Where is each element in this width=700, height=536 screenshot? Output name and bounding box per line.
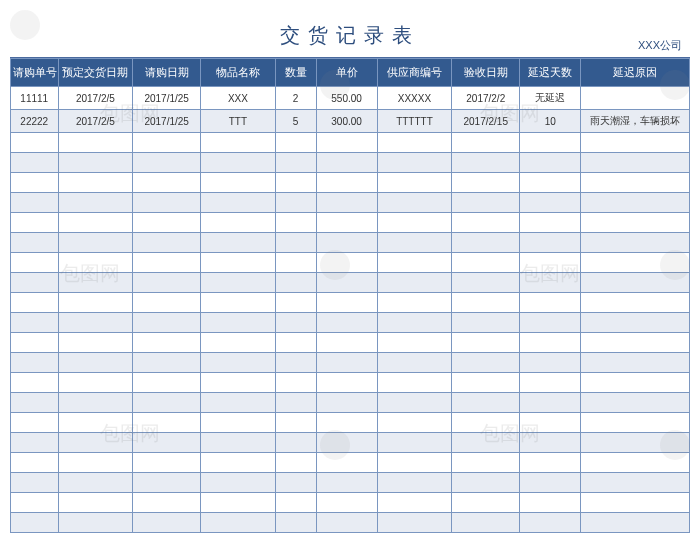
table-cell xyxy=(520,353,581,373)
table-cell xyxy=(201,353,276,373)
column-header: 验收日期 xyxy=(452,59,520,87)
table-cell: 550.00 xyxy=(316,87,377,110)
table-cell xyxy=(201,373,276,393)
table-cell xyxy=(452,133,520,153)
table-cell xyxy=(275,253,316,273)
table-cell xyxy=(377,273,452,293)
table-cell xyxy=(201,453,276,473)
table-cell xyxy=(58,253,133,273)
table-row xyxy=(11,413,690,433)
table-cell xyxy=(275,453,316,473)
table-cell xyxy=(11,413,59,433)
table-cell xyxy=(201,133,276,153)
table-cell xyxy=(11,293,59,313)
table-cell xyxy=(316,233,377,253)
table-cell xyxy=(58,413,133,433)
table-cell xyxy=(377,413,452,433)
table-cell xyxy=(377,193,452,213)
table-cell xyxy=(201,433,276,453)
table-row: 222222017/2/52017/1/25TTT5300.00TTTTTT20… xyxy=(11,110,690,133)
table-cell xyxy=(581,493,690,513)
table-cell xyxy=(58,313,133,333)
table-cell xyxy=(377,293,452,313)
table-cell xyxy=(58,493,133,513)
table-row xyxy=(11,153,690,173)
table-cell xyxy=(581,333,690,353)
table-cell xyxy=(452,293,520,313)
table-cell: 22222 xyxy=(11,110,59,133)
table-header-row: 请购单号预定交货日期请购日期物品名称数量单价供应商编号验收日期延迟天数延迟原因 xyxy=(11,59,690,87)
table-cell xyxy=(275,493,316,513)
table-cell xyxy=(377,473,452,493)
table-cell xyxy=(452,513,520,533)
table-cell xyxy=(11,333,59,353)
table-cell xyxy=(133,473,201,493)
table-cell xyxy=(316,473,377,493)
table-cell xyxy=(133,513,201,533)
table-cell xyxy=(581,153,690,173)
table-cell xyxy=(133,193,201,213)
table-cell: XXX xyxy=(201,87,276,110)
table-cell xyxy=(377,393,452,413)
table-cell: 300.00 xyxy=(316,110,377,133)
table-cell xyxy=(377,233,452,253)
table-cell xyxy=(452,233,520,253)
table-cell xyxy=(316,413,377,433)
table-cell xyxy=(581,87,690,110)
table-cell: 2 xyxy=(275,87,316,110)
table-cell xyxy=(520,333,581,353)
table-cell xyxy=(581,313,690,333)
table-cell xyxy=(133,493,201,513)
table-cell xyxy=(581,453,690,473)
table-cell xyxy=(58,473,133,493)
table-cell xyxy=(11,433,59,453)
table-cell xyxy=(133,313,201,333)
table-cell xyxy=(452,433,520,453)
table-cell xyxy=(377,513,452,533)
table-cell xyxy=(275,273,316,293)
table-cell xyxy=(58,173,133,193)
table-body: 111112017/2/52017/1/25XXX2550.00XXXXX201… xyxy=(11,87,690,533)
table-cell xyxy=(11,133,59,153)
table-cell: 10 xyxy=(520,110,581,133)
table-cell xyxy=(201,313,276,333)
table-cell xyxy=(452,413,520,433)
table-cell xyxy=(133,173,201,193)
table-row xyxy=(11,353,690,373)
table-cell xyxy=(520,473,581,493)
table-cell xyxy=(377,373,452,393)
table-row xyxy=(11,293,690,313)
title-area: 交货记录表 XXX公司 xyxy=(10,8,690,58)
table-cell xyxy=(11,453,59,473)
table-cell xyxy=(275,153,316,173)
table-cell xyxy=(201,173,276,193)
table-cell xyxy=(581,413,690,433)
column-header: 供应商编号 xyxy=(377,59,452,87)
table-cell xyxy=(520,293,581,313)
table-row xyxy=(11,393,690,413)
table-cell xyxy=(275,313,316,333)
table-cell xyxy=(581,173,690,193)
table-cell xyxy=(520,273,581,293)
table-cell xyxy=(520,233,581,253)
table-cell xyxy=(11,513,59,533)
table-cell xyxy=(520,433,581,453)
table-cell xyxy=(581,353,690,373)
table-cell xyxy=(452,493,520,513)
table-cell xyxy=(58,513,133,533)
table-cell xyxy=(11,473,59,493)
table-cell xyxy=(520,413,581,433)
table-cell xyxy=(316,373,377,393)
table-cell xyxy=(11,393,59,413)
column-header: 单价 xyxy=(316,59,377,87)
table-cell xyxy=(275,133,316,153)
table-cell xyxy=(58,393,133,413)
table-cell xyxy=(581,393,690,413)
table-cell xyxy=(377,173,452,193)
table-row xyxy=(11,513,690,533)
table-cell xyxy=(58,213,133,233)
table-cell xyxy=(58,153,133,173)
table-cell xyxy=(11,493,59,513)
table-cell xyxy=(581,253,690,273)
table-cell xyxy=(520,373,581,393)
